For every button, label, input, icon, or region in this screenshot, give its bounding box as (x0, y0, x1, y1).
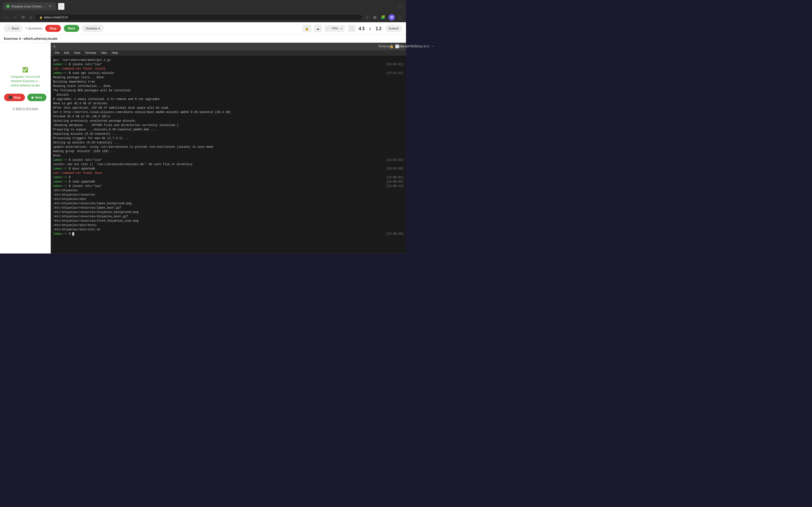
next-button-panel[interactable]: ▶ Next (27, 94, 46, 101)
active-tab[interactable]: Practice Linux Commands - E... ✕ (3, 2, 56, 10)
term-line-38: /etc/shiyanlou/resources/xfce4_shiyanlou… (53, 219, 404, 223)
extension1-btn[interactable]: ⊞ (372, 14, 377, 20)
term-line-11: Need to get 45.4 kB of archives. (53, 101, 404, 106)
menu-terminal[interactable]: Terminal (83, 50, 98, 55)
tab-label: Practice Linux Commands - E... (12, 5, 46, 8)
desktop-button[interactable]: Desktop ▾ (82, 25, 104, 32)
next-label: Next (35, 96, 42, 99)
zoom-in-btn[interactable]: + (341, 26, 343, 31)
forward-nav-btn[interactable]: → (12, 14, 18, 20)
home-btn[interactable]: ⌂ (28, 14, 34, 20)
term-line-40: /etc/shiyanlou/sbin/init.sh (53, 227, 404, 232)
exercise-title-bar: Exercise 4 - which,whereis,locate (0, 35, 406, 43)
term-line-22: Adding group `mlocate' (GID 120) ... (53, 149, 404, 154)
cloud-btn[interactable]: ☁ (314, 25, 322, 32)
profile-btn[interactable]: M (389, 14, 395, 20)
term-line-28: labex:~/ $ [13:06:01] (53, 175, 404, 180)
term-line-30: labex:~/ $ locate /etc/*lou* [13:06:14] (53, 184, 404, 188)
term-line-39: /etc/shiyanlou/sbin/hosts (53, 223, 404, 227)
terminal-title: Terminal - labex@4f825b5ac3c1: ~ (378, 45, 406, 48)
back-nav-btn[interactable]: ← (3, 14, 10, 20)
reload-btn[interactable]: ↻ (20, 14, 27, 20)
term-line-3: zsh: command not found: locate (53, 67, 404, 71)
stop-button-toolbar[interactable]: Stop (45, 25, 61, 32)
term-line-41: labex:~/ $ [13:06:26] (53, 232, 404, 236)
rotate-icon: ↺ (12, 107, 15, 110)
terminal-output[interactable]: gcc: /usr/share/man/man1/gcc.1.gz labex:… (51, 56, 406, 253)
desktop-label: Desktop (86, 26, 97, 30)
term-line-35: /etc/shiyanlou/resources/labex_boot.gif (53, 206, 404, 210)
term-line-16: (Reading database ... 107560 files and d… (53, 123, 404, 127)
browser-ext-actions: ☆ ⊞ 🧩 M ⋮ (364, 14, 403, 20)
question-icon: ? (26, 26, 27, 30)
stop-icon: ⬛ (8, 96, 12, 99)
term-line-26: labex:~/ $ duso updatedb [13:05:28] (53, 167, 404, 171)
term-line-15: Selecting previously unselected package … (53, 119, 404, 123)
menu-edit[interactable]: Edit (62, 50, 71, 55)
terminal-icon: ▣ (53, 45, 56, 48)
term-line-20: Setting up mlocate (0.26-1ubuntu2) ... (53, 140, 404, 145)
zoom-control: − - 70% - + (324, 25, 345, 32)
term-line-23: Done. (53, 154, 404, 158)
action-buttons-row: ⬛ Stop ▶ Next (4, 94, 46, 101)
minimize-btn[interactable]: ⋯ (397, 3, 403, 9)
lock-icon: 🔒 (39, 16, 43, 19)
zoom-level: - 70% - (329, 26, 340, 30)
term-line-2: labex:~/ $ locate /etc/*lou* [13:00:51] (53, 62, 404, 67)
term-line-36: /etc/shiyanlou/resources/shiyanlou_backg… (53, 210, 404, 214)
term-line-21: update-alternatives: using /usr/bin/mloc… (53, 145, 404, 149)
terminal-area: ▣ Terminal - labex@4f825b5ac3c1: ~ 🔒 ⬜ ✕… (51, 43, 406, 253)
back-first-page-btn[interactable]: ↺ Back to first page (12, 107, 38, 110)
term-line-10: 0 upgraded, 1 newly installed, 0 to remo… (53, 97, 404, 101)
next-button-toolbar[interactable]: Next (64, 25, 79, 32)
term-line-1: gcc: /usr/share/man/man1/gcc.1.gz (53, 58, 404, 62)
term-line-8: The following NEW packages will be insta… (53, 89, 404, 93)
term-line-37: /etc/shiyanlou/resources/shiyanlou_boot.… (53, 214, 404, 219)
back-button[interactable]: ← Back (4, 25, 22, 32)
url-text: labex.io/lab/212# (44, 15, 359, 19)
term-line-13: Get:1 http://mirrors.cloud.aliyuncs.com/… (53, 110, 404, 114)
address-bar[interactable]: 🔒 labex.io/lab/212# (36, 14, 362, 20)
questions-label: Questions (28, 26, 42, 30)
menu-help[interactable]: Help (109, 50, 120, 55)
menu-file[interactable]: File (52, 50, 62, 55)
term-line-12: After this operation, 233 kB of addition… (53, 106, 404, 110)
term-line-34: /etc/shiyanlou/resources/labex_backgroun… (53, 201, 404, 206)
term-line-6: Building dependency tree (53, 80, 404, 84)
term-line-9: mlocate (53, 93, 404, 97)
stop-button-panel[interactable]: ⬛ Stop (4, 94, 25, 101)
lock-toolbar-btn[interactable]: 🔒 (303, 25, 311, 32)
menu-btn[interactable]: ⋮ (397, 14, 403, 20)
toolbar-right: 🔒 ☁ − - 70% - + ⛶ 43 : 12 Extend (303, 25, 402, 32)
timer-display: 43 : 12 (358, 25, 382, 32)
congrats-icon: ✅ (22, 67, 28, 73)
term-line-25: locate: can not stat () `/var/lib/mlocat… (53, 162, 404, 167)
address-bar-row: ← → ↻ ⌂ 🔒 labex.io/lab/212# ☆ ⊞ 🧩 M ⋮ (0, 12, 406, 22)
stop-label: Stop (13, 96, 20, 99)
back-icon: ← (7, 26, 11, 30)
questions-button[interactable]: ? Questions (26, 26, 42, 30)
taskbar: A Applications $_ Terminal - labex@4f825… (51, 253, 406, 253)
term-line-27: zsh: command not found: duso (53, 171, 404, 175)
tab-close-btn[interactable]: ✕ (48, 4, 53, 9)
extension2-btn[interactable]: 🧩 (379, 14, 387, 20)
browser-window-controls: ⋯ (397, 3, 403, 9)
terminal-menubar: File Edit View Terminal Tabs Help (51, 50, 406, 56)
zoom-out-btn[interactable]: − (327, 26, 329, 31)
menu-view[interactable]: View (71, 50, 83, 55)
terminal-win-left: ▣ (53, 45, 56, 48)
term-line-29: labex:~/ $ sudo updatedb [13:06:04] (53, 180, 404, 184)
extend-button[interactable]: Extend (385, 25, 402, 32)
term-line-33: /etc/shiyanlou/sbin (53, 197, 404, 201)
left-panel: ✅ Congrats! You've just finished Exercis… (0, 43, 51, 253)
term-line-4: labex:~/ $ sudo apt install mlocate [13:… (53, 71, 404, 75)
new-tab-button[interactable]: + (58, 3, 64, 10)
tab-favicon (6, 5, 10, 8)
star-btn[interactable]: ☆ (364, 14, 370, 20)
fullscreen-btn[interactable]: ⛶ (348, 25, 355, 32)
term-line-14: Fetched 45.4 kB in 0s (48.5 kB/s) (53, 114, 404, 119)
term-line-7: Reading state information... Done (53, 84, 404, 89)
menu-tabs[interactable]: Tabs (98, 50, 109, 55)
exercise-title: Exercise 4 - which,whereis,locate (4, 37, 57, 41)
term-line-24: labex:~/ $ locate /etc/*lou* [13:02:43] (53, 158, 404, 162)
